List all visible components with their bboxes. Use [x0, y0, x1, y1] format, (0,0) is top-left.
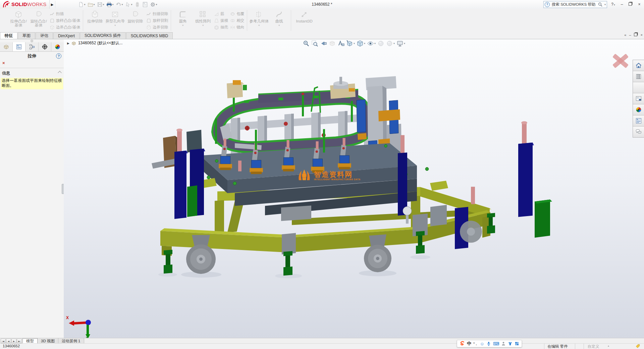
- undo-button[interactable]: ▾: [115, 1, 124, 8]
- caret-down-icon[interactable]: ▾: [374, 42, 376, 45]
- tab-solidworks-addins[interactable]: SOLIDWORKS 插件: [80, 32, 126, 39]
- caret-down-icon[interactable]: ▾: [156, 3, 157, 6]
- display-style-button[interactable]: ▾: [356, 40, 366, 47]
- tab-evaluate[interactable]: 评估: [36, 32, 53, 39]
- tab-sketch[interactable]: 草图: [18, 32, 35, 39]
- help-button[interactable]: ?▾: [610, 2, 616, 7]
- person-skin-icon[interactable]: [501, 341, 506, 346]
- annotation-views-button[interactable]: [337, 40, 345, 47]
- tab-property-manager[interactable]: [13, 42, 25, 51]
- collapse-chevron-icon[interactable]: [58, 71, 61, 74]
- linear-pattern-button[interactable]: 线性阵列 ▾: [193, 9, 213, 32]
- revolved-cut-button[interactable]: 旋转切除: [125, 9, 145, 32]
- select-button[interactable]: ▾: [124, 1, 133, 8]
- caret-down-icon[interactable]: ▾: [364, 42, 365, 45]
- doc-restore-button[interactable]: [634, 33, 638, 37]
- tab-features[interactable]: 特征: [0, 32, 17, 39]
- pm-cancel-button[interactable]: ×: [0, 60, 64, 67]
- caret-down-icon[interactable]: ▾: [112, 3, 114, 6]
- previous-view-button[interactable]: [320, 40, 327, 47]
- menu-flyout-arrow[interactable]: ▶: [50, 1, 55, 8]
- minimize-button[interactable]: –: [619, 2, 625, 7]
- caret-down-icon[interactable]: ▾: [131, 3, 132, 6]
- confirmation-corner-cancel-button[interactable]: [611, 52, 630, 69]
- restore-button[interactable]: [628, 2, 633, 7]
- zoom-to-fit-button[interactable]: [302, 40, 310, 47]
- caret-down-icon[interactable]: ▾: [94, 3, 95, 6]
- mirror-button[interactable]: 镜向: [230, 24, 244, 30]
- emoji-icon[interactable]: ☺: [480, 341, 484, 346]
- new-document-button[interactable]: ▾: [77, 1, 86, 8]
- swept-boss-button[interactable]: 扫描: [50, 11, 80, 17]
- caret-down-icon[interactable]: ▾: [354, 42, 355, 45]
- wrap-button[interactable]: 包覆: [230, 11, 244, 17]
- first-tab-button[interactable]: |◀: [1, 339, 6, 343]
- keyboard-icon[interactable]: ⌨: [493, 341, 499, 346]
- custom-properties-button[interactable]: [633, 115, 644, 127]
- boundary-cut-button[interactable]: 边界切除: [146, 24, 168, 30]
- tab-dimxpert-manager[interactable]: [39, 42, 51, 51]
- search-box[interactable]: ? ▾: [543, 1, 607, 8]
- ime-language-toggle[interactable]: 中: [467, 341, 471, 347]
- pm-help-icon[interactable]: ?: [56, 53, 61, 59]
- tab-configuration-manager[interactable]: [25, 42, 38, 51]
- caret-down-icon[interactable]: ▾: [258, 23, 260, 28]
- forum-button[interactable]: [633, 127, 644, 137]
- doc-close-button[interactable]: ×: [641, 33, 643, 37]
- caret-down-icon[interactable]: ▾: [404, 42, 405, 45]
- tree-expand-icon[interactable]: ▶: [67, 42, 69, 45]
- instant3d-button[interactable]: Instant3D: [293, 9, 315, 32]
- reference-geometry-button[interactable]: 参考几何体 ▾: [249, 9, 269, 32]
- print-button[interactable]: ▾: [106, 1, 114, 8]
- solidworks-logo[interactable]: SOLIDWORKS: [0, 0, 50, 9]
- caret-down-icon[interactable]: ▾: [604, 3, 606, 6]
- caret-down-icon[interactable]: ▾: [202, 23, 204, 28]
- doc-minimize-button[interactable]: –: [629, 33, 631, 37]
- save-button[interactable]: ▾: [96, 1, 105, 8]
- caret-down-icon[interactable]: ▾: [114, 23, 116, 28]
- model-3d-fixture[interactable]: [64, 39, 644, 338]
- tab-dimxpert[interactable]: DimXpert: [53, 32, 79, 39]
- caret-down-icon[interactable]: ▾: [84, 3, 86, 6]
- open-document-button[interactable]: ▾: [87, 1, 96, 8]
- file-properties-button[interactable]: [142, 1, 149, 8]
- intersect-button[interactable]: 相交: [230, 18, 244, 23]
- close-button[interactable]: ×: [637, 2, 642, 7]
- last-tab-button[interactable]: ▶|: [17, 339, 22, 343]
- caret-down-icon[interactable]: ▾: [393, 42, 395, 45]
- swept-cut-button[interactable]: 扫描切除: [146, 11, 168, 17]
- sogou-logo-icon[interactable]: [460, 341, 465, 346]
- boundary-boss-button[interactable]: 边界凸台/基体: [50, 24, 80, 30]
- view-settings-button[interactable]: ▾: [396, 40, 406, 47]
- lofted-cut-button[interactable]: 放样切割: [146, 18, 168, 23]
- apply-scene-button[interactable]: ▾: [386, 40, 395, 47]
- feature-tree-root[interactable]: ▶ 13460652 (默认<<默认...: [67, 40, 123, 46]
- hole-wizard-button[interactable]: 异型孔向导 ▾: [105, 9, 125, 32]
- extruded-boss-button[interactable]: 拉伸凸台/基体: [9, 9, 28, 32]
- caret-down-icon[interactable]: ▾: [182, 23, 183, 28]
- file-explorer-button[interactable]: [633, 82, 644, 93]
- next-tab-button[interactable]: ▶: [11, 339, 16, 343]
- pin-commandmanager-icon[interactable]: «: [624, 33, 626, 37]
- tab-3d-views[interactable]: 3D 视图: [38, 338, 58, 344]
- tab-display-manager[interactable]: [51, 42, 64, 51]
- search-icon[interactable]: [598, 2, 603, 7]
- zoom-to-area-button[interactable]: [311, 40, 319, 47]
- shirt-skin-icon[interactable]: [508, 341, 513, 346]
- microphone-icon[interactable]: [486, 341, 491, 346]
- design-library-button[interactable]: [633, 71, 644, 82]
- options-button[interactable]: ▾: [149, 1, 158, 8]
- tab-model[interactable]: 模型: [22, 338, 38, 344]
- revolved-boss-button[interactable]: 旋转凸台/基体: [29, 9, 48, 32]
- edit-appearance-button[interactable]: [377, 40, 385, 47]
- rib-button[interactable]: 筋: [214, 11, 228, 17]
- extruded-cut-button[interactable]: 拉伸切除: [85, 9, 105, 32]
- info-section-header[interactable]: 信息: [0, 69, 64, 78]
- view-palette-button[interactable]: [633, 93, 644, 104]
- hide-show-items-button[interactable]: ▾: [367, 40, 376, 47]
- draft-button[interactable]: 拔模: [214, 18, 228, 23]
- rebuild-button[interactable]: [134, 1, 141, 8]
- caret-down-icon[interactable]: ▾: [278, 23, 280, 28]
- status-custom-dropdown[interactable]: 自定义: [588, 344, 599, 349]
- fillet-button[interactable]: 圆角 ▾: [173, 9, 193, 32]
